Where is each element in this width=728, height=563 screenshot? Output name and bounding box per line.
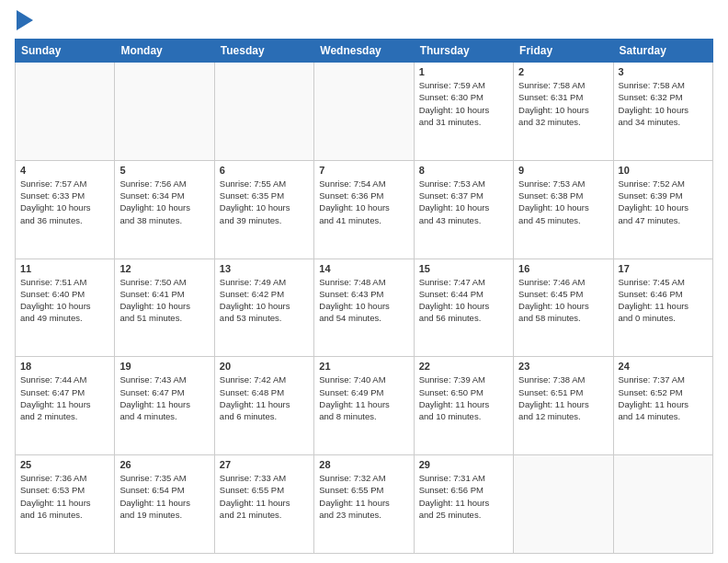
calendar-cell: 27Sunrise: 7:33 AM Sunset: 6:55 PM Dayli… — [214, 455, 313, 554]
cell-info: Sunrise: 7:59 AM Sunset: 6:30 PM Dayligh… — [419, 79, 508, 128]
calendar-cell: 28Sunrise: 7:32 AM Sunset: 6:55 PM Dayli… — [314, 455, 414, 554]
cell-info: Sunrise: 7:56 AM Sunset: 6:34 PM Dayligh… — [119, 178, 209, 226]
calendar-cell: 18Sunrise: 7:44 AM Sunset: 6:47 PM Dayli… — [16, 357, 115, 455]
cell-info: Sunrise: 7:55 AM Sunset: 6:35 PM Dayligh… — [220, 178, 309, 226]
cell-info: Sunrise: 7:40 AM Sunset: 6:49 PM Dayligh… — [319, 373, 408, 422]
week-row-5: 25Sunrise: 7:36 AM Sunset: 6:53 PM Dayli… — [16, 455, 713, 554]
day-number: 23 — [518, 361, 608, 372]
calendar-table: SundayMondayTuesdayWednesdayThursdayFrid… — [15, 39, 713, 554]
cell-info: Sunrise: 7:52 AM Sunset: 6:39 PM Dayligh… — [619, 178, 708, 226]
cell-info: Sunrise: 7:54 AM Sunset: 6:36 PM Dayligh… — [319, 178, 408, 226]
calendar-cell: 23Sunrise: 7:38 AM Sunset: 6:51 PM Dayli… — [514, 357, 613, 455]
cell-info: Sunrise: 7:42 AM Sunset: 6:48 PM Dayligh… — [220, 373, 309, 422]
cell-info: Sunrise: 7:51 AM Sunset: 6:40 PM Dayligh… — [20, 276, 109, 325]
cell-info: Sunrise: 7:57 AM Sunset: 6:33 PM Dayligh… — [20, 178, 109, 226]
cell-info: Sunrise: 7:48 AM Sunset: 6:43 PM Dayligh… — [319, 276, 408, 325]
cell-info: Sunrise: 7:39 AM Sunset: 6:50 PM Dayligh… — [419, 373, 508, 422]
calendar-cell: 20Sunrise: 7:42 AM Sunset: 6:48 PM Dayli… — [214, 357, 313, 455]
calendar-cell: 19Sunrise: 7:43 AM Sunset: 6:47 PM Dayli… — [115, 357, 214, 455]
day-number: 22 — [419, 361, 508, 372]
weekday-header-row: SundayMondayTuesdayWednesdayThursdayFrid… — [16, 40, 713, 63]
cell-info: Sunrise: 7:38 AM Sunset: 6:51 PM Dayligh… — [518, 373, 608, 422]
calendar-cell — [314, 63, 414, 161]
day-number: 8 — [419, 165, 508, 176]
cell-info: Sunrise: 7:58 AM Sunset: 6:31 PM Dayligh… — [518, 79, 608, 128]
day-number: 16 — [518, 263, 608, 274]
day-number: 6 — [220, 165, 309, 176]
week-row-2: 4Sunrise: 7:57 AM Sunset: 6:33 PM Daylig… — [16, 160, 713, 259]
cell-info: Sunrise: 7:50 AM Sunset: 6:41 PM Dayligh… — [119, 276, 209, 325]
calendar-cell: 11Sunrise: 7:51 AM Sunset: 6:40 PM Dayli… — [16, 259, 115, 357]
weekday-header-sunday: Sunday — [16, 40, 115, 63]
cell-info: Sunrise: 7:33 AM Sunset: 6:55 PM Dayligh… — [220, 472, 309, 521]
day-number: 17 — [619, 263, 708, 274]
cell-info: Sunrise: 7:47 AM Sunset: 6:44 PM Dayligh… — [419, 276, 508, 325]
calendar-cell — [514, 455, 613, 554]
day-number: 4 — [20, 165, 109, 176]
week-row-4: 18Sunrise: 7:44 AM Sunset: 6:47 PM Dayli… — [16, 357, 713, 455]
cell-info: Sunrise: 7:58 AM Sunset: 6:32 PM Dayligh… — [619, 79, 708, 128]
cell-info: Sunrise: 7:37 AM Sunset: 6:52 PM Dayligh… — [619, 373, 708, 422]
day-number: 2 — [518, 66, 608, 77]
calendar-cell: 29Sunrise: 7:31 AM Sunset: 6:56 PM Dayli… — [414, 455, 513, 554]
calendar-cell: 6Sunrise: 7:55 AM Sunset: 6:35 PM Daylig… — [214, 160, 313, 259]
calendar-cell: 2Sunrise: 7:58 AM Sunset: 6:31 PM Daylig… — [514, 63, 613, 161]
cell-info: Sunrise: 7:36 AM Sunset: 6:53 PM Dayligh… — [20, 472, 109, 521]
calendar-cell — [214, 63, 313, 161]
calendar-cell: 8Sunrise: 7:53 AM Sunset: 6:37 PM Daylig… — [414, 160, 513, 259]
calendar-cell — [613, 455, 712, 554]
day-number: 28 — [319, 459, 408, 470]
calendar-cell: 16Sunrise: 7:46 AM Sunset: 6:45 PM Dayli… — [514, 259, 613, 357]
logo — [15, 11, 33, 31]
weekday-header-thursday: Thursday — [414, 40, 513, 63]
calendar-cell: 17Sunrise: 7:45 AM Sunset: 6:46 PM Dayli… — [613, 259, 712, 357]
day-number: 19 — [119, 361, 209, 372]
day-number: 5 — [119, 165, 209, 176]
day-number: 20 — [220, 361, 309, 372]
day-number: 9 — [518, 165, 608, 176]
day-number: 15 — [419, 263, 508, 274]
svg-marker-0 — [17, 10, 33, 30]
calendar-cell: 9Sunrise: 7:53 AM Sunset: 6:38 PM Daylig… — [514, 160, 613, 259]
week-row-1: 1Sunrise: 7:59 AM Sunset: 6:30 PM Daylig… — [16, 63, 713, 161]
weekday-header-tuesday: Tuesday — [214, 40, 313, 63]
day-number: 3 — [619, 66, 708, 77]
cell-info: Sunrise: 7:31 AM Sunset: 6:56 PM Dayligh… — [419, 472, 508, 521]
cell-info: Sunrise: 7:35 AM Sunset: 6:54 PM Dayligh… — [119, 472, 209, 521]
weekday-header-monday: Monday — [115, 40, 214, 63]
logo-triangle-icon — [17, 10, 33, 30]
day-number: 18 — [20, 361, 109, 372]
day-number: 21 — [319, 361, 408, 372]
day-number: 1 — [419, 66, 508, 77]
calendar-cell — [115, 63, 214, 161]
weekday-header-saturday: Saturday — [613, 40, 712, 63]
cell-info: Sunrise: 7:46 AM Sunset: 6:45 PM Dayligh… — [518, 276, 608, 325]
cell-info: Sunrise: 7:44 AM Sunset: 6:47 PM Dayligh… — [20, 373, 109, 422]
calendar-cell: 25Sunrise: 7:36 AM Sunset: 6:53 PM Dayli… — [16, 455, 115, 554]
calendar-cell: 24Sunrise: 7:37 AM Sunset: 6:52 PM Dayli… — [613, 357, 712, 455]
calendar-cell: 26Sunrise: 7:35 AM Sunset: 6:54 PM Dayli… — [115, 455, 214, 554]
header — [15, 11, 713, 31]
day-number: 13 — [220, 263, 309, 274]
calendar-cell: 4Sunrise: 7:57 AM Sunset: 6:33 PM Daylig… — [16, 160, 115, 259]
cell-info: Sunrise: 7:43 AM Sunset: 6:47 PM Dayligh… — [119, 373, 209, 422]
calendar-cell: 14Sunrise: 7:48 AM Sunset: 6:43 PM Dayli… — [314, 259, 414, 357]
calendar-cell: 15Sunrise: 7:47 AM Sunset: 6:44 PM Dayli… — [414, 259, 513, 357]
calendar-cell — [16, 63, 115, 161]
calendar-cell: 1Sunrise: 7:59 AM Sunset: 6:30 PM Daylig… — [414, 63, 513, 161]
calendar-cell: 22Sunrise: 7:39 AM Sunset: 6:50 PM Dayli… — [414, 357, 513, 455]
calendar-cell: 5Sunrise: 7:56 AM Sunset: 6:34 PM Daylig… — [115, 160, 214, 259]
calendar-cell: 21Sunrise: 7:40 AM Sunset: 6:49 PM Dayli… — [314, 357, 414, 455]
day-number: 10 — [619, 165, 708, 176]
calendar-cell: 10Sunrise: 7:52 AM Sunset: 6:39 PM Dayli… — [613, 160, 712, 259]
page: SundayMondayTuesdayWednesdayThursdayFrid… — [0, 0, 728, 563]
calendar-cell: 12Sunrise: 7:50 AM Sunset: 6:41 PM Dayli… — [115, 259, 214, 357]
week-row-3: 11Sunrise: 7:51 AM Sunset: 6:40 PM Dayli… — [16, 259, 713, 357]
cell-info: Sunrise: 7:53 AM Sunset: 6:38 PM Dayligh… — [518, 178, 608, 226]
day-number: 27 — [220, 459, 309, 470]
day-number: 24 — [619, 361, 708, 372]
weekday-header-wednesday: Wednesday — [314, 40, 414, 63]
day-number: 14 — [319, 263, 408, 274]
day-number: 29 — [419, 459, 508, 470]
calendar-cell: 3Sunrise: 7:58 AM Sunset: 6:32 PM Daylig… — [613, 63, 712, 161]
